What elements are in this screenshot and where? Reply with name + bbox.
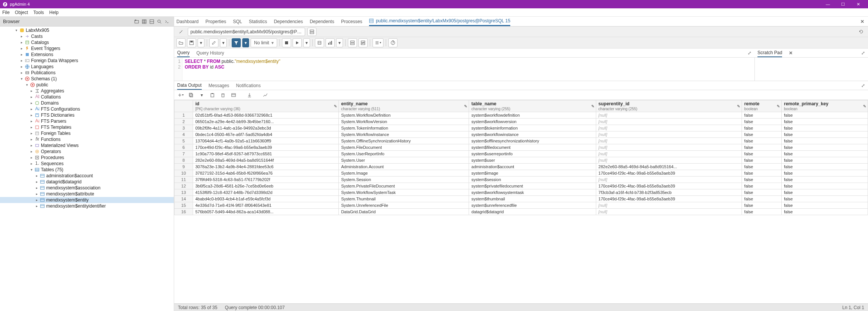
chevron-icon[interactable]: ▸ bbox=[20, 34, 23, 38]
tree-item[interactable]: ▸FTS Templates bbox=[0, 124, 174, 130]
execute-button[interactable] bbox=[293, 38, 302, 47]
chevron-down-icon[interactable]: ▾ bbox=[25, 83, 29, 87]
cell[interactable]: system$userreportinfo bbox=[469, 151, 596, 157]
cell[interactable]: false bbox=[742, 170, 782, 177]
expand-scratch-icon[interactable]: ⤢ bbox=[861, 50, 865, 56]
help-button[interactable]: ? bbox=[388, 38, 397, 47]
cell[interactable]: 4153f6f9-12c8-4327-b48b-76d7d3398d2d bbox=[193, 189, 338, 196]
chevron-icon[interactable]: ▸ bbox=[30, 101, 33, 105]
chevron-icon[interactable]: ▸ bbox=[30, 156, 33, 159]
cell[interactable]: administration$account bbox=[469, 164, 596, 170]
browser-terminal-icon[interactable] bbox=[163, 18, 171, 25]
cell[interactable]: false bbox=[781, 131, 868, 138]
rollback-button[interactable] bbox=[358, 38, 368, 47]
table-row[interactable]: 1037827192-315d-4ab6-85b8-f626f866ea76Sy… bbox=[175, 170, 868, 177]
cell[interactable]: 3b6f5ca3-28d6-4581-b26e-7ce5bd0e6eeb bbox=[193, 183, 338, 189]
edit-dropdown[interactable]: ▾ bbox=[220, 38, 227, 47]
results-grid[interactable]: id[PK] character varying (36)✎entity_nam… bbox=[174, 100, 868, 303]
tab-query-document[interactable]: public.mendixsystem$entity/LabxMx905/pos… bbox=[369, 17, 510, 26]
cell[interactable]: false bbox=[742, 112, 782, 119]
cell[interactable]: System.WorkflowInstance bbox=[339, 131, 469, 138]
chevron-icon[interactable]: ▸ bbox=[20, 47, 23, 50]
server-icon[interactable] bbox=[307, 28, 316, 36]
refresh-icon[interactable] bbox=[857, 28, 866, 36]
cell[interactable]: false bbox=[742, 131, 782, 138]
tree-table-item[interactable]: ▸mendixsystem$association bbox=[0, 185, 174, 191]
cell[interactable]: 37827192-315d-4ab6-85b8-f626f866ea76 bbox=[193, 170, 338, 177]
cell[interactable]: system$user bbox=[469, 157, 596, 164]
filter-dropdown[interactable]: ▾ bbox=[242, 38, 249, 47]
cell[interactable]: false bbox=[742, 189, 782, 196]
chevron-icon[interactable]: ▸ bbox=[20, 41, 23, 44]
cell[interactable]: 0bdec1c4-0500-467e-a6f7-5ad52fda4db4 bbox=[193, 131, 338, 138]
copy-button[interactable] bbox=[187, 91, 195, 99]
cell[interactable]: false bbox=[742, 164, 782, 170]
cell[interactable]: System.UnreferencedFile bbox=[339, 202, 469, 209]
cell[interactable]: false bbox=[742, 138, 782, 144]
tab-dependencies[interactable]: Dependencies bbox=[274, 17, 303, 26]
cell[interactable]: false bbox=[781, 189, 868, 196]
column-header[interactable]: table_namecharacter varying (255)✎ bbox=[469, 100, 596, 112]
tree-item[interactable]: ▸Materialized Views bbox=[0, 142, 174, 148]
edit-column-icon[interactable]: ✎ bbox=[777, 104, 780, 108]
stop-button[interactable] bbox=[282, 38, 291, 47]
table-row[interactable]: 40bdec1c4-0500-467e-a6f7-5ad52fda4db4Sys… bbox=[175, 131, 868, 138]
cell[interactable]: DataGrid.DataGrid bbox=[339, 209, 469, 215]
scratch-close-button[interactable]: ✕ bbox=[789, 50, 793, 56]
cell[interactable]: false bbox=[781, 170, 868, 177]
tab-sql[interactable]: SQL bbox=[233, 17, 242, 26]
chevron-icon[interactable]: ▸ bbox=[30, 144, 33, 147]
column-header[interactable]: id[PK] character varying (36)✎ bbox=[193, 100, 338, 112]
tab-dashboard[interactable]: Dashboard bbox=[176, 17, 199, 26]
cell[interactable]: false bbox=[781, 202, 868, 209]
cell[interactable]: [null] bbox=[596, 138, 742, 144]
chevron-icon[interactable]: ▸ bbox=[20, 65, 23, 69]
cell[interactable]: System.OfflineSynchronizationHistory bbox=[339, 138, 469, 144]
cell[interactable]: system$unreferencedfile bbox=[469, 202, 596, 209]
table-row[interactable]: 144babd4c0-b903-4cb4-b1af-e59c4a5fcf3dSy… bbox=[175, 196, 868, 202]
expand-editor-icon[interactable]: ⤢ bbox=[748, 50, 751, 56]
cell[interactable]: System.Thumbnail bbox=[339, 196, 469, 202]
cell[interactable]: 37f9fd49-5318-4c63-9a51-f761779b202f bbox=[193, 177, 338, 183]
chevron-icon[interactable]: ▸ bbox=[30, 89, 33, 93]
cell[interactable]: 4babd4c0-b903-4cb4-b1af-e59c4a5fcf3d bbox=[193, 196, 338, 202]
cell[interactable]: 170ce49d-f29c-4fac-99a6-b55e8a3aeb39 bbox=[596, 183, 742, 189]
tree-table-item[interactable]: ▸mendixsystem$entityidentifier bbox=[0, 203, 174, 209]
table-row[interactable]: 5137064d4-4cf1-4a0b-92a5-a11b66360ff9Sys… bbox=[175, 138, 868, 144]
cell[interactable]: system$workflowdefinition bbox=[469, 112, 596, 119]
browser-tree[interactable]: ▾ LabxMx905 ▸Casts▸Catalogs▸Event Trigge… bbox=[0, 27, 174, 311]
chevron-icon[interactable]: ▸ bbox=[35, 198, 39, 202]
cell[interactable]: [null] bbox=[596, 131, 742, 138]
chevron-icon[interactable]: ▸ bbox=[35, 180, 39, 184]
chevron-icon[interactable]: ▸ bbox=[35, 174, 39, 178]
chevron-icon[interactable]: ▸ bbox=[20, 59, 23, 63]
cell[interactable]: System.Image bbox=[339, 170, 469, 177]
cell[interactable]: false bbox=[742, 202, 782, 209]
tree-item[interactable]: ▸Procedures bbox=[0, 155, 174, 161]
delete-button[interactable] bbox=[219, 91, 227, 99]
tab-scratch-pad[interactable]: Scratch Pad bbox=[757, 49, 782, 57]
tree-item[interactable]: ▸Publications bbox=[0, 70, 174, 76]
menu-object[interactable]: Object bbox=[15, 10, 28, 15]
cell[interactable]: false bbox=[781, 209, 868, 215]
cell[interactable]: system$workflowversion bbox=[469, 119, 596, 125]
cell[interactable]: 09b2f0fe-4a11-4afc-a16e-94992a3ebc3d bbox=[193, 125, 338, 131]
minimize-button[interactable]: — bbox=[820, 2, 835, 6]
cell[interactable]: system$thumbnail bbox=[469, 196, 596, 202]
tree-item[interactable]: ▸Extensions bbox=[0, 52, 174, 58]
cell[interactable]: false bbox=[781, 157, 868, 164]
tree-item[interactable]: ▸Operators bbox=[0, 148, 174, 155]
table-row[interactable]: 123b6f5ca3-28d6-4581-b26e-7ce5bd0e6eebSy… bbox=[175, 183, 868, 189]
tab-data-output[interactable]: Data Output bbox=[177, 81, 202, 90]
cell[interactable]: System.Session bbox=[339, 177, 469, 183]
edit-button[interactable] bbox=[209, 38, 218, 47]
copy-dropdown[interactable]: ▾ bbox=[198, 91, 206, 99]
browser-filter-icon[interactable] bbox=[148, 18, 156, 25]
table-row[interactable]: 71c90a770-98ef-45df-9267-b87973cc6581Sys… bbox=[175, 151, 868, 157]
cell[interactable]: 170ce49d-f29c-4fac-99a6-b55e8a3aeb39 bbox=[193, 144, 338, 151]
cell[interactable]: false bbox=[742, 183, 782, 189]
tree-item[interactable]: ▸Foreign Data Wrappers bbox=[0, 58, 174, 64]
explain-analyze-button[interactable] bbox=[326, 38, 335, 47]
tree-item[interactable]: ▸Catalogs bbox=[0, 39, 174, 45]
tab-close-button[interactable]: ✕ bbox=[857, 19, 868, 24]
